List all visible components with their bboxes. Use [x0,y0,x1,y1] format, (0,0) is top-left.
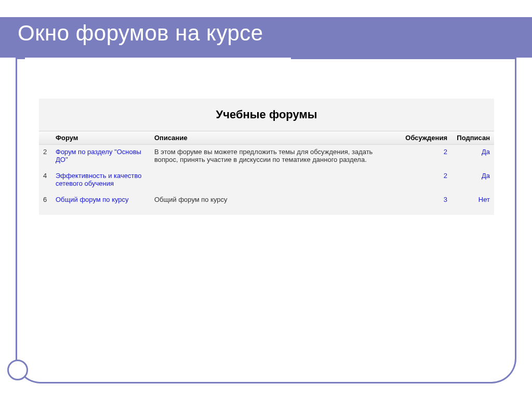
subscribe-link[interactable]: Нет [478,196,490,203]
col-header-forum: Форум [51,131,150,145]
discussions-link[interactable]: 3 [444,196,447,203]
cell-sub: Да [451,145,494,169]
forum-link[interactable]: Форум по разделу "Основы ДО" [56,148,141,163]
panel-title: Учебные форумы [39,108,494,121]
cell-disc: 3 [400,193,451,209]
table-row: 4 Эффективность и качество сетевого обуч… [39,169,494,193]
cell-num: 4 [39,169,51,193]
subscribe-link[interactable]: Да [482,172,490,180]
cell-forum: Форум по разделу "Основы ДО" [51,145,150,169]
table-header-row: Форум Описание Обсуждения Подписан [39,131,494,145]
table-row: 2 Форум по разделу "Основы ДО" В этом фо… [39,145,494,169]
cell-forum: Эффективность и качество сетевого обучен… [51,169,150,193]
discussions-link[interactable]: 2 [444,148,447,156]
col-header-disc: Обсуждения [400,131,451,145]
forum-link[interactable]: Общий форум по курсу [56,196,129,203]
col-header-sub: Подписан [451,131,494,145]
cell-num: 2 [39,145,51,169]
cell-desc: Общий форум по курсу [150,193,400,209]
forum-link[interactable]: Эффективность и качество сетевого обучен… [56,172,141,187]
cell-sub: Да [451,169,494,193]
cell-desc [150,169,400,193]
discussions-link[interactable]: 2 [444,172,447,180]
slide: Окно форумов на курсе Учебные форумы Фор… [0,0,532,398]
cell-desc: В этом форуме вы можете предложить темы … [150,145,400,169]
cell-sub: Нет [451,193,494,209]
cell-disc: 2 [400,169,451,193]
slide-title: Окно форумов на курсе [18,21,263,46]
col-header-desc: Описание [150,131,400,145]
col-header-num [39,131,51,145]
forums-panel: Учебные форумы Форум Описание Обсуждения… [39,99,494,215]
frame-circle-accent [7,360,28,380]
cell-forum: Общий форум по курсу [51,193,150,209]
cell-num: 6 [39,193,51,209]
forums-table: Форум Описание Обсуждения Подписан 2 Фор… [39,131,494,209]
subscribe-link[interactable]: Да [482,148,490,156]
frame-rule-left [16,58,25,59]
table-row: 6 Общий форум по курсу Общий форум по ку… [39,193,494,209]
cell-disc: 2 [400,145,451,169]
frame-rule-right [291,58,516,59]
